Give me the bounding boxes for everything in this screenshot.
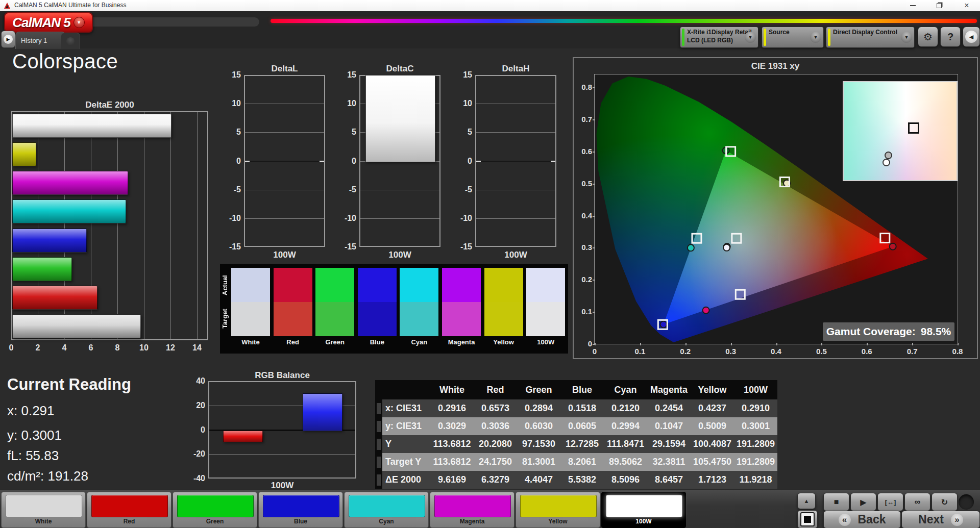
new-page-tab-button[interactable] — [61, 33, 80, 49]
settings-button[interactable]: ⚙ — [918, 27, 938, 47]
deltae-bar-red — [12, 286, 97, 310]
chevron-left-icon: ◀ — [965, 31, 977, 43]
pattern-swatch — [91, 495, 168, 517]
repeat-button[interactable]: ↻ — [932, 493, 958, 511]
y-tick-label: -20 — [188, 449, 205, 459]
chevrons-left-icon: « — [839, 514, 851, 526]
loop-icon: ∞ — [915, 497, 920, 507]
pattern-button-red[interactable]: Red — [87, 492, 172, 528]
y-tick-label: 10 — [339, 99, 356, 108]
close-icon[interactable]: × — [955, 0, 978, 11]
tick — [776, 343, 777, 345]
cell-value: 6.3279 — [474, 471, 517, 489]
collapse-panel-button[interactable]: ◀ — [963, 27, 980, 47]
pattern-button-blue[interactable]: Blue — [258, 492, 343, 528]
column-header: Magenta — [647, 380, 691, 399]
pattern-button-yellow[interactable]: Yellow — [516, 492, 600, 528]
pattern-button-cyan[interactable]: Cyan — [344, 492, 429, 528]
y-tick-label: 5 — [224, 128, 241, 137]
x-tick-label: 0.3 — [723, 347, 739, 356]
tab-scroll-button[interactable]: ▶ — [1, 31, 15, 48]
row-grip — [375, 417, 382, 435]
rgb-balance-chart: RGB Balance 40200-20-40100W — [188, 370, 361, 493]
cell-value: 0.3001 — [734, 417, 777, 435]
pattern-window-button[interactable] — [797, 510, 818, 528]
column-header: Yellow — [691, 380, 734, 399]
cell-value: 0.2120 — [604, 399, 647, 417]
reading-line-1: y: 0.3001 — [7, 428, 62, 443]
cell-value: 191.2809 — [734, 435, 777, 453]
column-header: Green — [517, 380, 560, 399]
cell-value: 8.6457 — [647, 471, 691, 489]
pattern-label: Yellow — [516, 518, 600, 525]
pattern-label: Red — [87, 518, 171, 525]
y-tick-label: 0 — [224, 157, 241, 166]
calman-menu-button[interactable]: CalMAN 5 ▼ — [4, 12, 93, 33]
dropdown-label: Source — [769, 29, 790, 37]
y-tick-label: 15 — [339, 70, 356, 80]
inset-measured-circle — [883, 159, 890, 166]
zero-tick — [245, 161, 250, 162]
tick — [595, 343, 596, 345]
row-label: ΔE 2000 — [382, 471, 430, 489]
arrow-up-icon: ▲ — [804, 498, 810, 504]
play-icon: ▶ — [860, 497, 866, 507]
cell-value: 0.1047 — [647, 417, 691, 435]
dropdown-source[interactable]: Source▼ — [762, 27, 824, 48]
y-tick-label: -10 — [339, 214, 356, 223]
row-label: Target Y — [382, 453, 430, 471]
next-button[interactable]: Next » — [901, 511, 980, 528]
step-button[interactable]: [↔] — [877, 493, 903, 511]
minimize-icon[interactable] — [901, 0, 924, 11]
pattern-button-white[interactable]: White — [1, 492, 86, 528]
play-button[interactable]: ▶ — [850, 493, 876, 511]
deltae2000-chart: DeltaE 2000 02468101214 — [11, 100, 208, 355]
loop-button[interactable]: ∞ — [904, 493, 930, 511]
y-tick-label: -10 — [455, 214, 472, 223]
gridline — [170, 112, 171, 339]
cell-value: 0.6573 — [474, 399, 517, 417]
restore-icon[interactable] — [928, 0, 951, 11]
y-tick-label: 0 — [455, 157, 472, 166]
window-titlebar: CalMAN 5 CalMAN Ultimate for Business × — [0, 0, 980, 12]
patch-actual — [442, 268, 481, 302]
x-tick-label: 0 — [5, 343, 17, 353]
deltac-chart: DeltaC 151050-5-10-15100W — [339, 64, 442, 260]
x-tick-label: 12 — [164, 343, 177, 353]
y-tick-label: -5 — [455, 185, 472, 194]
patch-actual — [400, 268, 438, 302]
back-button[interactable]: « Back — [823, 511, 901, 528]
stop-button[interactable]: ■ — [823, 493, 849, 511]
pattern-square-icon — [800, 512, 815, 526]
zero-line — [250, 161, 320, 162]
pattern-swatch — [606, 495, 682, 517]
dropdown-display-control[interactable]: Direct Display Control▼ — [826, 27, 915, 48]
y-tick-label: -15 — [339, 242, 356, 252]
patch-target — [315, 302, 354, 336]
pattern-button-100w[interactable]: 100W — [601, 492, 686, 528]
help-button[interactable]: ? — [940, 27, 961, 47]
current-reading: Current Reading x: 0.291y: 0.3001fL: 55.… — [7, 375, 181, 493]
tab-history-1[interactable]: History 1 — [15, 32, 65, 49]
y-tick-label: 0.6 — [577, 147, 592, 156]
y-tick-label: -15 — [455, 242, 472, 252]
pattern-swatch — [520, 495, 597, 517]
tick — [593, 87, 595, 88]
cell-value: 1.7123 — [691, 471, 734, 489]
pattern-button-magenta[interactable]: Magenta — [430, 492, 514, 528]
pattern-button-green[interactable]: Green — [173, 492, 257, 528]
header-empty — [382, 380, 430, 399]
deltae-bar-white — [12, 314, 141, 338]
gridline — [117, 112, 118, 339]
pattern-label: Blue — [259, 518, 342, 525]
patch-green — [315, 268, 354, 336]
pattern-label: Cyan — [345, 518, 428, 525]
dropdown-label-line2: LCD (LED RGB) — [687, 37, 752, 45]
tick — [593, 119, 595, 120]
patch-blue — [358, 268, 397, 336]
dropdown-meter[interactable]: X-Rite i1Display RetailLCD (LED RGB)▼ — [680, 27, 758, 48]
y-tick-label: 40 — [188, 376, 205, 386]
tick — [731, 343, 732, 345]
scroll-up-button[interactable]: ▲ — [797, 493, 816, 509]
patch-actual — [315, 268, 354, 302]
